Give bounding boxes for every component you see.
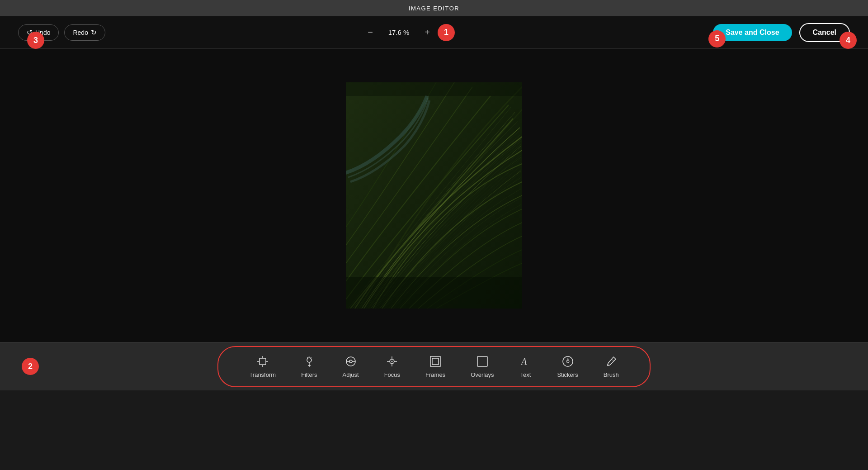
tool-frames[interactable]: Frames (413, 351, 458, 382)
svg-rect-4 (259, 358, 266, 365)
tools-container: Transform Filters (217, 346, 650, 387)
focus-icon (386, 355, 398, 368)
toolbar-right: 5 Save and Close Cancel (713, 23, 850, 42)
main-canvas (0, 49, 868, 342)
tool-text[interactable]: A Text (506, 351, 544, 382)
filters-icon (303, 355, 316, 368)
app-title: IMAGE EDITOR (409, 5, 459, 12)
stickers-label: Stickers (557, 371, 578, 378)
tool-filters[interactable]: Filters (288, 351, 330, 382)
tool-focus[interactable]: Focus (372, 351, 413, 382)
badge-3[interactable]: 3 (27, 32, 44, 49)
tool-adjust[interactable]: Adjust (330, 351, 372, 382)
text-icon: A (519, 355, 532, 368)
palm-leaf-image (346, 82, 522, 309)
svg-rect-2 (346, 277, 522, 309)
canvas-image (346, 82, 522, 309)
svg-line-22 (612, 359, 614, 361)
top-toolbar: ↺ Undo Redo ↻ − 17.6 % + 1 5 Save and Cl… (0, 16, 868, 49)
brush-label: Brush (604, 371, 619, 378)
zoom-out-button[interactable]: − (363, 26, 377, 39)
overlays-label: Overlays (471, 371, 494, 378)
adjust-icon (344, 355, 357, 368)
redo-label: Redo (73, 29, 88, 36)
frames-icon (429, 355, 442, 368)
tool-overlays[interactable]: Overlays (458, 351, 506, 382)
brush-icon (605, 355, 618, 368)
svg-rect-1 (346, 82, 522, 309)
transform-label: Transform (249, 371, 276, 378)
tool-stickers[interactable]: Stickers (544, 351, 590, 382)
frames-label: Frames (425, 371, 445, 378)
zoom-controls: − 17.6 % + 1 (363, 24, 455, 41)
tool-brush[interactable]: Brush (591, 351, 632, 382)
svg-point-9 (307, 358, 311, 362)
badge-2[interactable]: 2 (22, 358, 39, 375)
svg-rect-18 (477, 356, 487, 366)
transform-icon (256, 355, 269, 368)
tool-transform[interactable]: Transform (236, 351, 288, 382)
bottom-toolbar: 2 Transform (0, 342, 868, 390)
redo-button[interactable]: Redo ↻ (64, 24, 105, 41)
overlays-icon (476, 355, 489, 368)
focus-label: Focus (384, 371, 400, 378)
save-close-wrapper: 5 Save and Close (713, 24, 792, 41)
svg-rect-17 (432, 358, 439, 365)
badge-4[interactable]: 4 (840, 32, 857, 49)
redo-icon: ↻ (91, 28, 97, 37)
filters-label: Filters (301, 371, 317, 378)
text-label: Text (520, 371, 531, 378)
badge-1[interactable]: 1 (438, 24, 455, 41)
zoom-level: 17.6 % (381, 28, 417, 36)
svg-text:A: A (520, 356, 527, 366)
badge-5[interactable]: 5 (708, 30, 726, 47)
svg-rect-3 (346, 82, 522, 96)
stickers-icon (561, 355, 574, 368)
svg-point-15 (392, 361, 393, 362)
title-bar: IMAGE EDITOR (0, 0, 868, 16)
svg-point-11 (349, 360, 352, 363)
zoom-in-button[interactable]: + (420, 26, 434, 39)
adjust-label: Adjust (343, 371, 359, 378)
